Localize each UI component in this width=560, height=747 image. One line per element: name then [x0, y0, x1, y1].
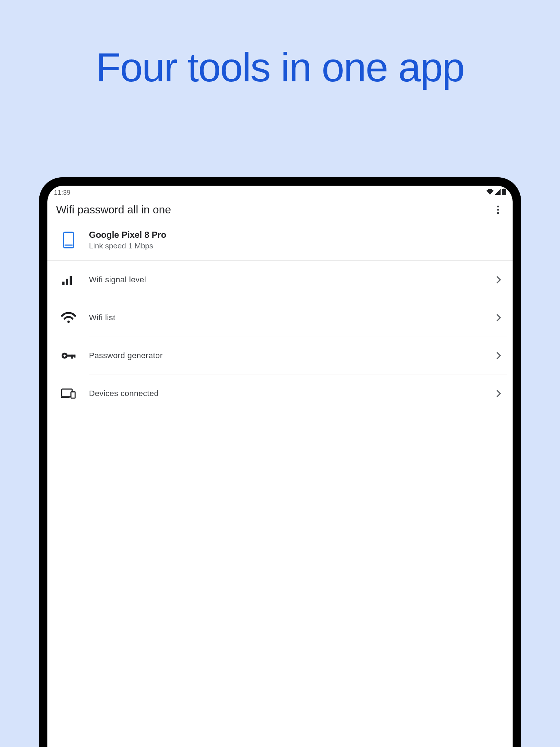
app-titlebar: Wifi password all in one — [47, 197, 513, 222]
svg-rect-5 — [62, 282, 65, 285]
chevron-right-icon — [494, 313, 504, 323]
svg-rect-7 — [70, 276, 72, 285]
app-title: Wifi password all in one — [56, 204, 171, 216]
status-icons — [486, 189, 506, 197]
menu-label: Devices connected — [89, 389, 494, 398]
device-screen: 11:39 Wifi password all in one — [47, 186, 513, 747]
menu-item-devices-connected[interactable]: Devices connected — [47, 375, 513, 413]
svg-rect-6 — [66, 279, 68, 285]
menu-item-wifi-list[interactable]: Wifi list — [47, 299, 513, 337]
svg-point-0 — [497, 205, 499, 207]
cell-signal-icon — [494, 189, 501, 197]
status-bar: 11:39 — [47, 186, 513, 197]
svg-rect-16 — [71, 392, 75, 398]
chevron-right-icon — [494, 275, 504, 285]
svg-rect-13 — [74, 355, 76, 357]
svg-point-8 — [67, 321, 70, 323]
svg-rect-12 — [71, 355, 73, 359]
menu-item-password-generator[interactable]: Password generator — [47, 337, 513, 375]
promo-headline: Four tools in one app — [0, 44, 560, 91]
battery-icon — [502, 189, 506, 197]
status-time: 11:39 — [54, 189, 70, 197]
device-frame: 11:39 Wifi password all in one — [39, 177, 521, 747]
menu-label: Wifi signal level — [89, 275, 494, 285]
wifi-status-icon — [486, 189, 494, 197]
signal-bars-icon — [61, 272, 76, 287]
phone-icon — [61, 233, 76, 247]
menu-item-wifi-signal[interactable]: Wifi signal level — [47, 261, 513, 299]
svg-rect-15 — [61, 397, 70, 398]
device-name: Google Pixel 8 Pro — [89, 230, 166, 240]
tool-list: Wifi signal level Wifi list — [47, 261, 513, 413]
devices-icon — [61, 386, 76, 401]
menu-label: Wifi list — [89, 313, 494, 322]
chevron-right-icon — [494, 351, 504, 361]
menu-label: Password generator — [89, 351, 494, 360]
overflow-menu-button[interactable] — [492, 204, 504, 216]
svg-point-10 — [63, 355, 66, 357]
more-vert-icon — [497, 205, 499, 214]
key-icon — [61, 348, 76, 363]
chevron-right-icon — [494, 388, 504, 399]
svg-point-2 — [497, 212, 499, 214]
device-subtitle: Link speed 1 Mbps — [89, 241, 166, 250]
svg-point-1 — [497, 209, 499, 210]
connected-device-card: Google Pixel 8 Pro Link speed 1 Mbps — [47, 222, 513, 261]
wifi-icon — [61, 310, 76, 325]
